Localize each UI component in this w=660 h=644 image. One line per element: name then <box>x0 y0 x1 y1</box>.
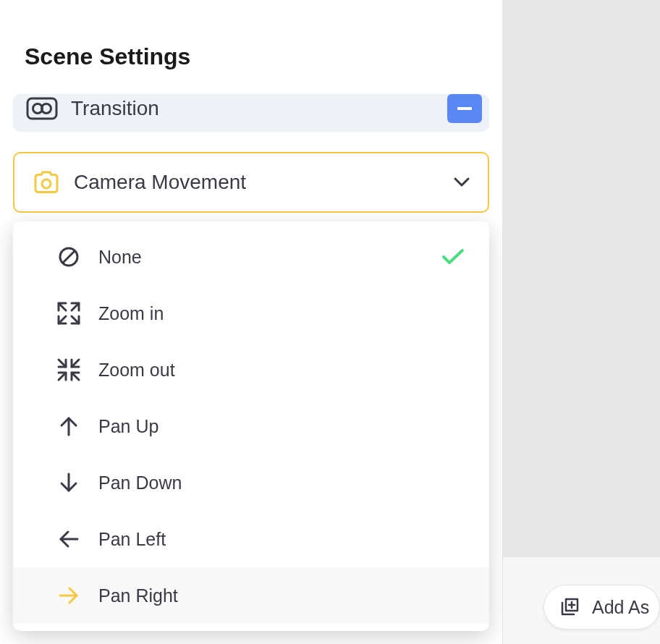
transition-icon <box>26 94 58 123</box>
dropdown-item-pan-down[interactable]: Pan Down <box>13 454 489 511</box>
dropdown-item-zoom-in[interactable]: Zoom in <box>13 285 489 342</box>
dropdown-item-label: Pan Right <box>98 585 178 606</box>
svg-point-3 <box>42 179 51 188</box>
zoom-in-icon <box>55 300 82 327</box>
add-asset-label: Add As <box>592 597 649 618</box>
pan-left-icon <box>55 525 82 553</box>
pan-right-icon <box>55 582 82 609</box>
add-asset-button[interactable]: Add As <box>543 585 660 630</box>
dropdown-item-label: Pan Down <box>98 473 182 493</box>
none-icon <box>55 243 82 271</box>
right-content-area <box>503 0 660 557</box>
transition-left: Transition <box>26 94 159 123</box>
dropdown-item-label: Zoom in <box>98 303 164 324</box>
transition-label: Transition <box>71 97 159 120</box>
minus-icon <box>457 107 472 110</box>
dropdown-item-zoom-out[interactable]: Zoom out <box>13 342 489 398</box>
camera-movement-section[interactable]: Camera Movement <box>13 152 489 213</box>
dropdown-item-none[interactable]: None <box>13 229 489 285</box>
collapse-button[interactable] <box>447 94 482 123</box>
add-icon <box>559 596 582 619</box>
settings-area: Transition Camera Movement <box>0 70 502 631</box>
camera-icon <box>32 169 61 195</box>
dropdown-item-pan-left[interactable]: Pan Left <box>13 511 489 567</box>
camera-movement-dropdown: None <box>13 221 489 631</box>
settings-panel: Scene Settings Transition <box>0 0 503 644</box>
dropdown-item-label: None <box>98 247 142 268</box>
pan-down-icon <box>55 469 82 496</box>
pan-up-icon <box>55 412 82 440</box>
zoom-out-icon <box>55 356 82 384</box>
page-title: Scene Settings <box>0 0 502 70</box>
dropdown-item-pan-right[interactable]: Pan Right <box>13 567 489 624</box>
dropdown-item-label: Zoom out <box>98 360 175 381</box>
dropdown-item-label: Pan Up <box>98 416 158 437</box>
svg-line-5 <box>63 251 75 263</box>
dropdown-item-label: Pan Left <box>98 529 166 550</box>
camera-left: Camera Movement <box>32 169 246 195</box>
chevron-down-icon <box>453 174 470 191</box>
right-panel: Add As <box>503 0 660 644</box>
camera-movement-label: Camera Movement <box>74 171 246 194</box>
transition-section[interactable]: Transition <box>13 94 489 132</box>
check-icon <box>441 245 465 268</box>
dropdown-item-pan-up[interactable]: Pan Up <box>13 398 489 454</box>
